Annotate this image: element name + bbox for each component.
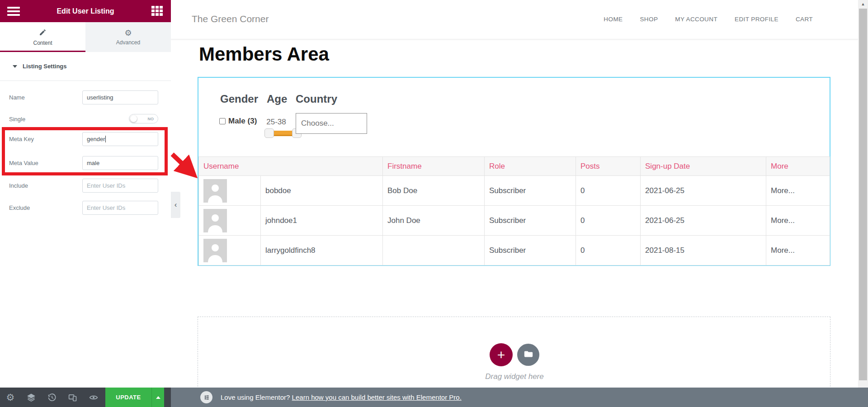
slider-handle-min[interactable] bbox=[264, 128, 274, 138]
country-placeholder: Choose... bbox=[301, 119, 334, 128]
name-label: Name bbox=[9, 94, 25, 101]
text-cursor bbox=[105, 136, 106, 142]
drag-widget-area: + Drag widget here bbox=[198, 317, 830, 393]
drag-hint-text: Drag widget here bbox=[198, 372, 831, 381]
scroll-up-arrow-icon[interactable]: ▲ bbox=[858, 2, 868, 6]
section-listing-settings[interactable]: Listing Settings bbox=[0, 52, 171, 81]
tab-advanced-label: Advanced bbox=[116, 39, 140, 46]
nav-cart[interactable]: CART bbox=[796, 16, 813, 23]
cell-posts: 0 bbox=[576, 206, 641, 236]
preview-eye-icon[interactable] bbox=[83, 393, 104, 402]
elementor-panel: Edit User Listing Content ⚙ Advanced Lis… bbox=[0, 0, 171, 388]
include-label: Include bbox=[9, 182, 28, 189]
panel-header: Edit User Listing bbox=[0, 0, 171, 22]
cell-firstname: John Doe bbox=[383, 206, 485, 236]
elementor-notice-bar: Love using Elementor? Learn how you can … bbox=[171, 388, 868, 407]
history-icon[interactable] bbox=[42, 393, 62, 402]
meta-key-value: gender bbox=[87, 136, 105, 142]
more-link[interactable]: More... bbox=[766, 176, 830, 206]
scrollbar-thumb[interactable] bbox=[859, 9, 867, 380]
templates-folder-button[interactable] bbox=[517, 344, 539, 366]
tab-content[interactable]: Content bbox=[0, 22, 85, 52]
filter-gender-label: Gender bbox=[220, 93, 258, 105]
update-options-button[interactable] bbox=[151, 388, 164, 407]
cell-signup-date: 2021-06-25 bbox=[641, 176, 766, 206]
user-listing-widget: Gender Age Country Male (3) 25-38 Choose… bbox=[198, 77, 830, 266]
cell-posts: 0 bbox=[576, 236, 641, 265]
update-button[interactable]: UPDATE bbox=[105, 388, 151, 407]
elementor-editor: Edit User Listing Content ⚙ Advanced Lis… bbox=[0, 0, 868, 407]
elementor-pro-link[interactable]: Learn how you can build better sites wit… bbox=[292, 393, 462, 401]
cell-firstname bbox=[383, 236, 485, 265]
toggle-state: NO bbox=[148, 117, 154, 121]
responsive-mode-icon[interactable] bbox=[62, 393, 83, 402]
col-more: More bbox=[766, 157, 830, 176]
avatar bbox=[203, 209, 227, 232]
add-widget-button[interactable]: + bbox=[490, 343, 513, 366]
col-role: Role bbox=[485, 157, 576, 176]
page-title: Members Area bbox=[199, 43, 329, 65]
users-table: Username Firstname Role Posts Sign-up Da… bbox=[198, 156, 830, 265]
widgets-grid-icon[interactable] bbox=[151, 6, 163, 16]
caret-up-icon bbox=[156, 396, 160, 399]
tab-advanced[interactable]: ⚙ Advanced bbox=[85, 22, 171, 52]
cell-username: johndoe1 bbox=[261, 206, 383, 236]
exclude-input[interactable] bbox=[82, 201, 158, 215]
more-link[interactable]: More... bbox=[766, 206, 830, 236]
plus-icon: + bbox=[497, 347, 505, 363]
panel-tabs: Content ⚙ Advanced bbox=[0, 22, 171, 52]
filter-age-label: Age bbox=[267, 93, 287, 105]
folder-icon bbox=[524, 349, 533, 361]
settings-icon[interactable]: ⚙ bbox=[0, 393, 21, 402]
table-row: bobdoe Bob Doe Subscriber 0 2021-06-25 M… bbox=[199, 176, 830, 206]
country-select[interactable]: Choose... bbox=[296, 113, 367, 134]
nav-my-account[interactable]: MY ACCOUNT bbox=[675, 16, 717, 23]
filter-country-label: Country bbox=[296, 93, 337, 105]
exclude-label: Exclude bbox=[9, 204, 30, 211]
panel-collapse-handle[interactable]: ‹ bbox=[171, 192, 180, 218]
gear-icon: ⚙ bbox=[124, 29, 132, 37]
avatar bbox=[203, 239, 227, 262]
tab-content-label: Content bbox=[33, 40, 52, 46]
elementor-logo-icon bbox=[200, 391, 212, 403]
col-posts: Posts bbox=[576, 157, 641, 176]
chevron-down-icon bbox=[13, 65, 17, 68]
table-row: johndoe1 John Doe Subscriber 0 2021-06-2… bbox=[199, 206, 830, 236]
col-firstname: Firstname bbox=[383, 157, 485, 176]
cell-firstname: Bob Doe bbox=[383, 176, 485, 206]
meta-key-input[interactable]: gender bbox=[82, 132, 158, 146]
page-scrollbar: ▲ bbox=[858, 0, 868, 388]
table-header-row: Username Firstname Role Posts Sign-up Da… bbox=[199, 157, 830, 176]
more-link[interactable]: More... bbox=[766, 236, 830, 265]
cell-role: Subscriber bbox=[485, 206, 576, 236]
cell-username: larrygoldfinch8 bbox=[261, 236, 383, 265]
male-checkbox[interactable] bbox=[219, 118, 226, 124]
toggle-knob bbox=[130, 115, 137, 122]
cell-role: Subscriber bbox=[485, 176, 576, 206]
site-brand: The Green Corner bbox=[192, 14, 269, 24]
meta-value-input[interactable] bbox=[82, 156, 158, 170]
avatar bbox=[203, 179, 227, 203]
nav-shop[interactable]: SHOP bbox=[640, 16, 658, 23]
navigator-layers-icon[interactable] bbox=[21, 393, 42, 402]
cell-signup-date: 2021-08-15 bbox=[641, 236, 766, 265]
notice-text: Love using Elementor? Learn how you can … bbox=[221, 393, 462, 401]
section-title: Listing Settings bbox=[23, 63, 67, 70]
age-range-value: 25-38 bbox=[265, 118, 287, 127]
col-username: Username bbox=[199, 157, 383, 176]
col-signup-date: Sign-up Date bbox=[641, 157, 766, 176]
pencil-icon bbox=[39, 28, 47, 38]
nav-home[interactable]: HOME bbox=[604, 16, 623, 23]
notice-prefix: Love using Elementor? bbox=[221, 393, 292, 401]
name-input[interactable] bbox=[82, 90, 158, 104]
single-toggle[interactable]: NO bbox=[129, 114, 158, 123]
single-label: Single bbox=[9, 116, 25, 123]
cell-signup-date: 2021-06-25 bbox=[641, 206, 766, 236]
cell-role: Subscriber bbox=[485, 236, 576, 265]
panel-title: Edit User Listing bbox=[0, 7, 171, 15]
site-nav: HOME SHOP MY ACCOUNT EDIT PROFILE CART bbox=[604, 16, 813, 23]
cell-posts: 0 bbox=[576, 176, 641, 206]
include-input[interactable] bbox=[82, 179, 158, 193]
cell-username: bobdoe bbox=[261, 176, 383, 206]
nav-edit-profile[interactable]: EDIT PROFILE bbox=[735, 16, 778, 23]
